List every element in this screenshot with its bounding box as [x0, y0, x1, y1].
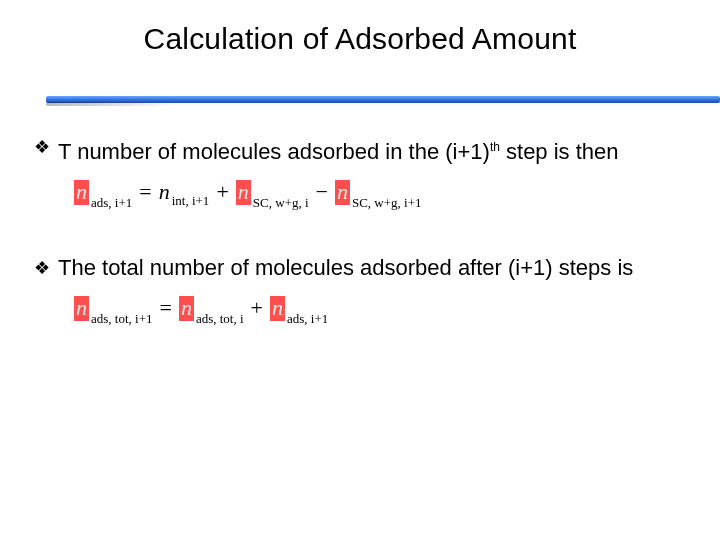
eq2-term-nads: n ads, i+1: [270, 296, 328, 321]
bullet-2-text: The total number of molecules adsorbed a…: [58, 255, 633, 281]
eq1-minus: −: [316, 179, 328, 205]
bullet-1-post: step is then: [500, 139, 619, 164]
eq1-plus: +: [216, 179, 228, 205]
eq2-t1-base: n: [74, 296, 89, 321]
slide-body: ❖ T number of molecules adsorbed in the …: [34, 134, 680, 363]
slide-title: Calculation of Adsorbed Amount: [0, 0, 720, 56]
eq1-t4-sub: SC, w+g, i+1: [352, 196, 422, 209]
title-divider: [0, 96, 720, 106]
eq1-t2-sub: int, i+1: [172, 194, 210, 207]
divider-shadow: [46, 102, 176, 106]
eq2-equals: =: [160, 295, 172, 321]
bullet-1-pre: T number of molecules adsorbed in the (i…: [58, 139, 490, 164]
eq2-t1-sub: ads, tot, i+1: [91, 312, 153, 325]
eq1-term-nsc-i1: n SC, w+g, i+1: [335, 180, 422, 205]
bullet-icon: ❖: [34, 255, 50, 281]
eq1-t1-base: n: [74, 180, 89, 205]
eq1-t2-base: n: [159, 181, 170, 203]
eq2-t2-base: n: [179, 296, 194, 321]
eq2-term-ntot-i1: n ads, tot, i+1: [74, 296, 153, 321]
equation-1: n ads, i+1 = n int, i+1 + n SC, w+g, i −…: [74, 179, 680, 205]
eq2-t3-sub: ads, i+1: [287, 312, 328, 325]
eq2-plus: +: [251, 295, 263, 321]
bullet-1: ❖ T number of molecules adsorbed in the …: [34, 134, 680, 165]
slide: Calculation of Adsorbed Amount ❖ T numbe…: [0, 0, 720, 540]
eq1-t1-sub: ads, i+1: [91, 196, 132, 209]
bullet-icon: ❖: [34, 134, 50, 160]
eq1-equals: =: [139, 179, 151, 205]
eq2-t3-base: n: [270, 296, 285, 321]
equation-2: n ads, tot, i+1 = n ads, tot, i + n ads,…: [74, 295, 680, 321]
eq1-term-nads: n ads, i+1: [74, 180, 132, 205]
eq2-t2-sub: ads, tot, i: [196, 312, 244, 325]
eq1-t3-base: n: [236, 180, 251, 205]
eq1-t4-base: n: [335, 180, 350, 205]
eq2-term-ntot-i: n ads, tot, i: [179, 296, 244, 321]
eq1-term-nint: n int, i+1: [159, 181, 210, 203]
bullet-1-sup: th: [490, 140, 500, 154]
eq1-term-nsc-i: n SC, w+g, i: [236, 180, 309, 205]
bullet-2: ❖ The total number of molecules adsorbed…: [34, 255, 680, 281]
eq1-t3-sub: SC, w+g, i: [253, 196, 309, 209]
bullet-1-text: T number of molecules adsorbed in the (i…: [58, 134, 619, 165]
spacer: [34, 247, 680, 255]
